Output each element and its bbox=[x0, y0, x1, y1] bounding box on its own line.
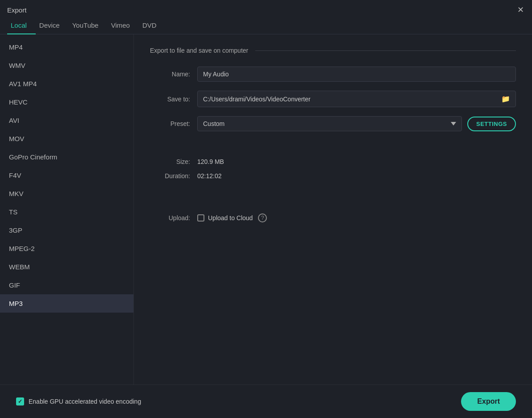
sidebar-item-webm[interactable]: WEBM bbox=[0, 258, 133, 276]
tab-dvd[interactable]: DVD bbox=[139, 18, 166, 34]
save-to-label: Save to: bbox=[150, 96, 190, 103]
gpu-checkbox[interactable]: ✓ bbox=[16, 397, 24, 405]
sidebar-item-gif[interactable]: GIF bbox=[0, 276, 133, 294]
gpu-label: Enable GPU accelerated video encoding bbox=[29, 398, 141, 405]
sidebar-item-mkv[interactable]: MKV bbox=[0, 184, 133, 203]
save-to-group: Save to: C:/Users/drami/Videos/VideoConv… bbox=[150, 91, 516, 107]
sidebar-item-ts[interactable]: TS bbox=[0, 203, 133, 221]
title-bar: Export ✕ bbox=[0, 0, 532, 18]
sidebar-item-hevc[interactable]: HEVC bbox=[0, 93, 133, 111]
upload-label: Upload: bbox=[150, 214, 190, 222]
preset-row: Custom Default High Quality Low Quality … bbox=[197, 116, 516, 131]
upload-controls: Upload to Cloud ? bbox=[197, 213, 267, 222]
upload-row: Upload: Upload to Cloud ? bbox=[150, 213, 516, 222]
sidebar-item-3gp[interactable]: 3GP bbox=[0, 221, 133, 239]
sidebar-item-gopro[interactable]: GoPro Cineform bbox=[0, 148, 133, 166]
tab-vimeo[interactable]: Vimeo bbox=[108, 18, 139, 34]
upload-to-cloud-label: Upload to Cloud bbox=[208, 214, 253, 222]
window-title: Export bbox=[7, 6, 26, 14]
name-label: Name: bbox=[150, 71, 190, 78]
save-path-row: C:/Users/drami/Videos/VideoConverter 📁 bbox=[197, 91, 516, 107]
sidebar-item-mpeg2[interactable]: MPEG-2 bbox=[0, 239, 133, 258]
sidebar-item-wmv[interactable]: WMV bbox=[0, 56, 133, 75]
sidebar-item-avi[interactable]: AVI bbox=[0, 111, 133, 130]
size-label: Size: bbox=[150, 158, 190, 165]
name-field-group: Name: bbox=[150, 67, 516, 82]
bottom-bar: ✓ Enable GPU accelerated video encoding … bbox=[0, 385, 532, 418]
tab-local[interactable]: Local bbox=[7, 18, 36, 34]
settings-button[interactable]: SETTINGS bbox=[467, 117, 516, 131]
duration-value: 02:12:02 bbox=[197, 172, 222, 180]
close-button[interactable]: ✕ bbox=[516, 5, 525, 14]
tab-bar: Local Device YouTube Vimeo DVD bbox=[0, 18, 532, 34]
tab-device[interactable]: Device bbox=[36, 18, 69, 34]
format-sidebar: MP4 WMV AV1 MP4 HEVC AVI MOV GoPro Cinef… bbox=[0, 34, 134, 385]
duration-label: Duration: bbox=[150, 172, 190, 180]
preset-group: Preset: Custom Default High Quality Low … bbox=[150, 116, 516, 131]
section-divider bbox=[255, 50, 516, 51]
preset-select[interactable]: Custom Default High Quality Low Quality bbox=[197, 116, 462, 131]
export-button[interactable]: Export bbox=[461, 392, 516, 411]
sidebar-item-mp3[interactable]: MP3 bbox=[0, 294, 133, 313]
help-icon[interactable]: ? bbox=[258, 213, 267, 222]
sidebar-item-f4v[interactable]: F4V bbox=[0, 166, 133, 184]
content-area: MP4 WMV AV1 MP4 HEVC AVI MOV GoPro Cinef… bbox=[0, 34, 532, 385]
gpu-checkbox-row: ✓ Enable GPU accelerated video encoding bbox=[16, 397, 141, 405]
size-value: 120.9 MB bbox=[197, 158, 224, 165]
sidebar-item-mov[interactable]: MOV bbox=[0, 130, 133, 148]
save-path-text: C:/Users/drami/Videos/VideoConverter bbox=[203, 96, 498, 103]
main-panel: Export to file and save on computer Name… bbox=[134, 34, 532, 385]
section-title: Export to file and save on computer bbox=[150, 47, 248, 54]
sidebar-item-mp4[interactable]: MP4 bbox=[0, 38, 133, 56]
export-window: Export ✕ Local Device YouTube Vimeo DVD … bbox=[0, 0, 532, 418]
tab-youtube[interactable]: YouTube bbox=[69, 18, 108, 34]
folder-icon[interactable]: 📁 bbox=[501, 95, 510, 103]
preset-label: Preset: bbox=[150, 120, 190, 127]
upload-to-cloud-checkbox[interactable] bbox=[197, 214, 204, 222]
duration-row: Duration: 02:12:02 bbox=[150, 172, 516, 180]
name-input[interactable] bbox=[197, 67, 516, 82]
section-header: Export to file and save on computer bbox=[150, 47, 516, 54]
size-row: Size: 120.9 MB bbox=[150, 158, 516, 165]
sidebar-item-av1mp4[interactable]: AV1 MP4 bbox=[0, 75, 133, 93]
gpu-checkmark: ✓ bbox=[18, 398, 22, 405]
close-icon: ✕ bbox=[517, 5, 524, 15]
